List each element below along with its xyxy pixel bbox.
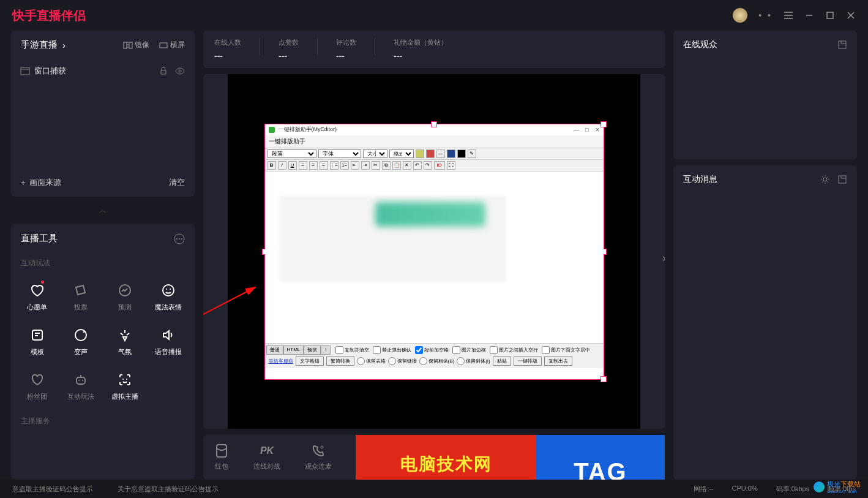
tool-label: 虚拟主播	[111, 392, 138, 401]
source-row[interactable]: 窗口捕获	[11, 59, 195, 83]
section-interactive: 互动玩法	[11, 253, 195, 273]
align-right-icon: ≡	[320, 161, 328, 170]
svg-point-12	[166, 289, 167, 290]
align-center-icon: ≡	[309, 161, 318, 170]
stat-value: ---	[394, 51, 447, 61]
eye-icon[interactable]	[175, 67, 185, 75]
ew-btn: 一键排版	[514, 357, 542, 366]
ew-radio: 保留斜体(I)	[457, 357, 490, 365]
site-watermark: 极光下载站 www.xz7.com	[814, 480, 861, 494]
copy-icon: ⧉	[382, 161, 391, 170]
messages-title: 互动消息	[683, 174, 717, 185]
collapse-up-icon[interactable]: ︿	[11, 203, 195, 218]
tool-atmosphere[interactable]: 气氛	[105, 322, 145, 363]
stat-value: ---	[214, 51, 241, 61]
svg-point-11	[163, 285, 174, 296]
resize-handle[interactable]	[600, 121, 607, 127]
mode-title[interactable]: 手游直播 ›	[21, 39, 65, 51]
more-horiz-icon[interactable]	[174, 233, 185, 244]
resize-handle[interactable]	[431, 121, 437, 127]
svg-point-7	[176, 238, 178, 240]
landscape-label: 横屏	[170, 40, 185, 50]
preview-canvas[interactable]: 一键排版助手(MyEditor) —□✕ 一键排版助手 段落 字体 大小 格式 …	[228, 74, 640, 429]
app-logo: 快手直播伴侣	[12, 7, 86, 24]
status-net: 网络:--	[694, 485, 713, 494]
btool-audience-call[interactable]: 观众连麦	[305, 443, 332, 471]
ew-opt: 段前加空格	[415, 346, 449, 354]
more-dots[interactable]: • •	[758, 10, 773, 20]
tool-vote[interactable]: 投票	[61, 277, 102, 318]
close-button[interactable]	[846, 10, 856, 20]
heart-icon	[30, 284, 45, 297]
maximize-button[interactable]	[825, 10, 835, 20]
font-select: 字体	[318, 149, 361, 158]
color1-icon	[416, 149, 424, 158]
banner-title: 电脑技术网	[400, 453, 492, 476]
format-select: 格式	[389, 149, 414, 158]
stats-bar: 在线人数--- 点赞数--- 评论数--- 礼物金额（黄钻）---	[203, 31, 665, 68]
mirror-toggle[interactable]: 镜像	[124, 40, 149, 50]
ew-tab: 预览	[304, 345, 321, 355]
mirror-label: 镜像	[135, 40, 149, 50]
user-avatar[interactable]	[733, 8, 747, 23]
btool-redpacket[interactable]: 红包	[214, 443, 229, 471]
window-icon	[21, 67, 29, 75]
landscape-toggle[interactable]: 横屏	[159, 40, 185, 50]
wm-text: 下载站	[840, 480, 861, 488]
svg-rect-2	[129, 42, 132, 48]
popout-icon[interactable]	[837, 40, 847, 50]
tool-interactive[interactable]: 互动玩法	[61, 366, 102, 407]
redo-icon: ↷	[424, 161, 432, 170]
tool-wishlist[interactable]: 心愿单	[17, 277, 58, 318]
tool-label: 变声	[74, 347, 88, 357]
color3-icon	[447, 149, 455, 158]
italic-icon: I	[278, 161, 286, 170]
speaker-icon	[162, 328, 175, 342]
redpacket-icon	[215, 443, 228, 458]
ticket-icon	[74, 284, 88, 297]
color2-icon	[426, 149, 435, 158]
ew-opt: 禁止弹出确认	[373, 346, 411, 354]
ew-radio: 保留粗体(B)	[419, 357, 455, 365]
jiguang-logo-icon	[814, 481, 825, 492]
clear-button[interactable]: 清空	[169, 177, 185, 188]
source-name: 窗口捕获	[34, 66, 66, 77]
voice-icon	[74, 328, 88, 342]
popout-icon[interactable]	[837, 175, 847, 184]
add-source-button[interactable]: + 画面来源	[21, 177, 61, 188]
tool-predict[interactable]: 预测	[105, 277, 145, 318]
ew-opt: 图片下面文字居中	[542, 346, 590, 354]
stat-label: 在线人数	[214, 38, 241, 47]
tool-label: 气氛	[118, 347, 132, 357]
ew-tab: ↕	[321, 345, 331, 355]
minimize-button[interactable]	[804, 10, 814, 20]
tool-voice-change[interactable]: 变声	[61, 322, 102, 363]
tool-magic-emoji[interactable]: 魔法表情	[149, 277, 189, 318]
editor-subtitle: 一键排版助手	[265, 135, 604, 148]
tools-panel: 直播工具 互动玩法 心愿单 投票 预测 魔法表情 模板 变声 气氛 语音播报 粉…	[11, 224, 195, 480]
chevron-right-icon: ›	[62, 40, 65, 50]
tool-tts[interactable]: 语音播报	[149, 322, 189, 363]
id-icon: ID	[434, 161, 445, 170]
chevron-right-icon[interactable]: ›	[662, 252, 665, 265]
lock-icon[interactable]	[159, 67, 168, 75]
menu-icon[interactable]	[784, 10, 793, 20]
resize-handle[interactable]	[600, 376, 607, 382]
tool-virtual-anchor[interactable]: 虚拟主播	[105, 366, 145, 407]
svg-line-21	[203, 287, 255, 362]
tool-label: 投票	[74, 303, 88, 312]
svg-rect-0	[827, 12, 833, 18]
landscape-icon	[159, 42, 168, 49]
numlist-icon: 1≡	[340, 161, 349, 170]
btool-pk[interactable]: PK连线对战	[253, 443, 280, 471]
svg-point-18	[82, 380, 83, 381]
fireworks-icon	[118, 328, 132, 342]
stat-label: 点赞数	[279, 38, 299, 47]
gear-icon[interactable]	[820, 175, 830, 184]
tool-fanclub[interactable]: 粉丝团	[17, 366, 58, 407]
svg-point-17	[78, 380, 80, 381]
plus-icon: +	[21, 178, 26, 187]
audience-title: 在线观众	[683, 39, 717, 50]
tool-label: 语音播报	[155, 347, 182, 357]
tool-template[interactable]: 模板	[17, 322, 58, 363]
